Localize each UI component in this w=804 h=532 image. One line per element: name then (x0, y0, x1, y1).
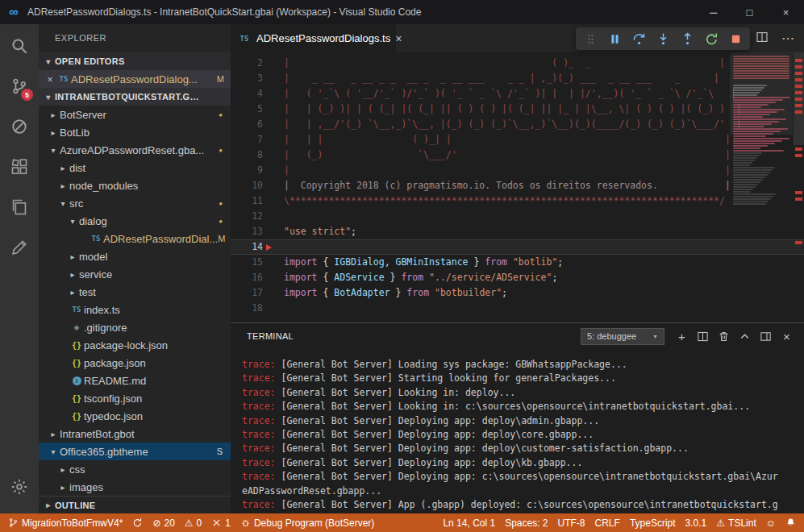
code-line-15[interactable]: 15import { IGBDialog, GBMinInstance } fr… (231, 255, 804, 270)
maximize-button[interactable]: □ (731, 0, 768, 24)
tree-item-label: index.ts (84, 304, 120, 316)
more-actions-icon[interactable]: ⋯ (781, 31, 794, 46)
settings-icon[interactable] (0, 467, 39, 507)
status-eol[interactable]: CRLF (590, 513, 625, 532)
tree-item-typedoc-json[interactable]: {}typedoc.json (39, 407, 231, 425)
kill-terminal-icon[interactable] (716, 328, 731, 344)
status-warnings[interactable]: ⚠0 (180, 513, 206, 532)
tab-adresetpassworddialogs[interactable]: TS ADResetPasswordDialogs.ts × (231, 24, 396, 52)
tree-item-botlib[interactable]: ▸BotLib (39, 123, 231, 141)
close-tab-icon[interactable]: × (395, 32, 402, 45)
tab-terminal[interactable]: TERMINAL (240, 331, 300, 341)
status-cursor-position[interactable]: Ln 14, Col 1 (438, 513, 500, 532)
terminal-selector[interactable]: 5: debuggee ▼ (581, 328, 664, 345)
code-line-13[interactable]: 13"use strict"; (231, 224, 804, 239)
code-line-6[interactable]: 6| | ,__/'(_) `\__,_)`\__, |(_) (_) (_)`… (231, 117, 804, 132)
split-terminal-icon[interactable] (695, 328, 710, 344)
code-line-14[interactable]: 14 (231, 239, 804, 255)
tree-item-adresetpassworddial[interactable]: TSADResetPasswordDial...M (39, 230, 231, 247)
tree-item-gitignore[interactable]: ◆.gitignore (39, 318, 231, 336)
code-line-3[interactable]: 3| _ __ _ __ _ _ __ _ _ __ ___ _ _ | ,_)… (231, 71, 804, 86)
code-line-16[interactable]: 16import { ADService } from "../service/… (231, 270, 804, 285)
close-button[interactable]: × (768, 0, 804, 24)
files-icon[interactable] (0, 187, 39, 227)
status-tslint[interactable]: ⚠TSLint (711, 513, 760, 532)
code-line-5[interactable]: 5| | (_) )| | ( (_| |( (_| || ( ) ( ) |(… (231, 102, 804, 117)
tree-item-readme-md[interactable]: iREADME.md (39, 372, 231, 389)
tree-item-node-modules[interactable]: ▸node_modules (39, 177, 231, 194)
tree-item-images[interactable]: ▸images (39, 478, 231, 496)
restart-icon[interactable] (699, 28, 723, 49)
close-panel-icon[interactable]: × (779, 328, 794, 344)
editor[interactable]: 2| ( )_ _ |3| _ __ _ __ _ _ __ _ _ __ __… (231, 52, 804, 322)
extensions-icon[interactable] (0, 147, 39, 187)
tree-item-package-lock-json[interactable]: {}package-lock.json (39, 336, 231, 354)
code-line-12[interactable]: 12 (231, 209, 804, 224)
status-errors[interactable]: ⊘20 (148, 513, 179, 532)
tree-item-model[interactable]: ▸model (39, 247, 231, 265)
minimap[interactable] (730, 52, 793, 322)
status-label: MigrationToBotFmwV4* (22, 517, 123, 529)
edits-icon[interactable] (0, 227, 39, 268)
status-feedback[interactable]: ☺ (761, 513, 781, 532)
tree-item-index-ts[interactable]: TSindex.ts (39, 301, 231, 318)
minimize-button[interactable]: ─ (695, 0, 731, 24)
tree-item-src[interactable]: ▾src● (39, 194, 231, 212)
tree-item-office365-gbtheme[interactable]: ▾Office365.gbthemeS (39, 443, 231, 460)
workspace-header[interactable]: ▾ INTRANETBOTQUICKSTART.GBAI (WO... (39, 88, 231, 106)
open-editor-item[interactable]: ×TSADResetPasswordDialog...M (39, 70, 231, 88)
new-terminal-icon[interactable]: + (674, 328, 689, 344)
gutter (263, 285, 284, 301)
tree-item-css[interactable]: ▸css (39, 460, 231, 478)
maximize-panel-icon[interactable] (737, 328, 752, 344)
tree-item-label: BotServer (60, 109, 106, 121)
code-line-4[interactable]: 4| ( '_`\ ( '__/'_` )/'_` )( '_ ` _ `\ /… (231, 86, 804, 102)
code-line-9[interactable]: 9| | (231, 163, 804, 178)
code-line-17[interactable]: 17import { BotAdapter } from "botbuilder… (231, 285, 804, 301)
code-line-8[interactable]: 8| (_) `\___/' | (231, 148, 804, 163)
minimap-line (733, 189, 753, 190)
tree-item-tsconfig-json[interactable]: {}tsconfig.json (39, 389, 231, 407)
outline-header[interactable]: ▸ OUTLINE (39, 496, 231, 513)
overview-ruler[interactable] (793, 52, 804, 322)
tree-item-azureadpasswordreset-gba[interactable]: ▾AzureADPasswordReset.gba...● (39, 141, 231, 159)
status-notifications[interactable] (781, 513, 801, 532)
close-icon[interactable]: × (44, 73, 56, 85)
status-git-branch[interactable]: MigrationToBotFmwV4* (3, 513, 127, 532)
code-line-18[interactable]: 18 (231, 301, 804, 316)
tree-item-label: README.md (84, 375, 146, 387)
code-line-11[interactable]: 11\*************************************… (231, 193, 804, 209)
split-editor-icon[interactable] (756, 31, 769, 47)
tree-item-test[interactable]: ▸test (39, 283, 231, 301)
tree-item-dialog[interactable]: ▾dialog● (39, 212, 231, 230)
status-tasks[interactable]: 1 (206, 513, 235, 532)
step-out-icon[interactable] (675, 28, 699, 49)
tree-item-intranetbot-gbot[interactable]: ▸IntranetBot.gbot (39, 425, 231, 443)
step-over-icon[interactable] (627, 28, 651, 49)
status-debug-status[interactable]: Debug Program (BotServer) (235, 513, 379, 532)
tree-item-package-json[interactable]: {}package.json (39, 354, 231, 372)
source-control-icon[interactable]: 5 (0, 66, 39, 106)
step-into-icon[interactable] (651, 28, 675, 49)
tree-item-label: package-lock.json (84, 339, 168, 351)
status-sync[interactable] (127, 513, 148, 532)
code-line-7[interactable]: 7| | | ( )_| | | (231, 132, 804, 148)
status-language-mode[interactable]: TypeScript (625, 513, 681, 532)
tree-item-dist[interactable]: ▸dist (39, 159, 231, 177)
code-line-10[interactable]: 10| Copyright 2018 (c) pragmatismo.io. T… (231, 178, 804, 193)
tree-item-botserver[interactable]: ▸BotServer● (39, 106, 231, 123)
status-label: TSLint (728, 517, 756, 529)
search-icon[interactable] (0, 26, 39, 66)
status-ts-version[interactable]: 3.0.1 (681, 513, 712, 532)
terminal-output[interactable]: trace: [General Bot Server] Loading sys … (231, 349, 804, 513)
tree-item-service[interactable]: ▸service (39, 265, 231, 283)
pause-icon[interactable] (602, 28, 627, 49)
move-panel-icon[interactable] (758, 328, 773, 344)
code-line-2[interactable]: 2| ( )_ _ | (231, 56, 804, 71)
open-editors-header[interactable]: ▾ OPEN EDITORS (39, 52, 231, 70)
window-controls: ─□× (695, 0, 804, 24)
debug-icon[interactable] (0, 106, 39, 147)
status-indentation[interactable]: Spaces: 2 (500, 513, 552, 532)
status-encoding[interactable]: UTF-8 (553, 513, 590, 532)
stop-icon[interactable] (723, 28, 748, 49)
